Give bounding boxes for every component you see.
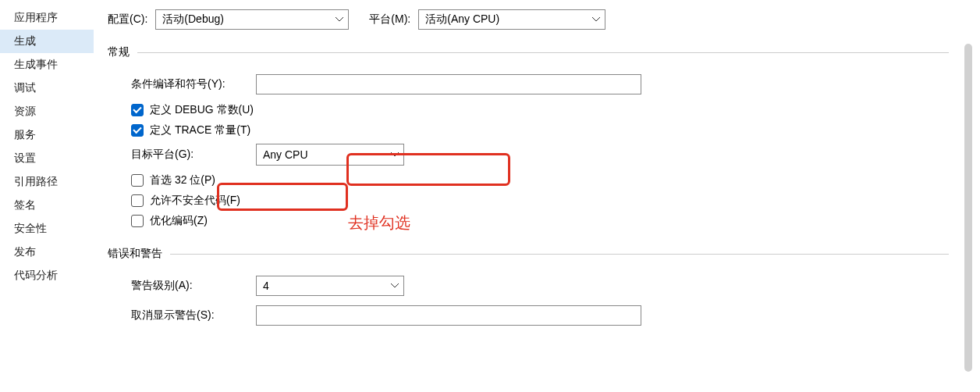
sidebar-item-build[interactable]: 生成 xyxy=(0,30,94,53)
platform-label: 平台(M): xyxy=(369,12,410,27)
vertical-scrollbar[interactable] xyxy=(964,44,972,372)
config-select[interactable]: 活动(Debug) xyxy=(155,9,349,30)
config-label: 配置(C): xyxy=(108,12,147,27)
sidebar-item-debug[interactable]: 调试 xyxy=(0,77,94,100)
warning-level-value: 4 xyxy=(263,280,269,292)
top-config-row: 配置(C): 活动(Debug) 平台(M): 活动(Any CPU) xyxy=(108,9,980,30)
optimize-label: 优化编码(Z) xyxy=(150,214,208,228)
suppress-warnings-label: 取消显示警告(S): xyxy=(131,308,256,323)
general-section: 常规 条件编译和符号(Y): 定义 DEBUG 常数(U) 定义 TRACE 常… xyxy=(108,45,949,234)
main-panel: 配置(C): 活动(Debug) 平台(M): 活动(Any CPU) 常规 条… xyxy=(94,0,980,392)
sidebar-item-signing[interactable]: 签名 xyxy=(0,194,94,217)
annotation-text: 去掉勾选 xyxy=(348,212,410,233)
chevron-down-icon xyxy=(336,16,343,23)
optimize-checkbox[interactable] xyxy=(131,215,144,227)
conditional-symbols-label: 条件编译和符号(Y): xyxy=(131,77,256,91)
prefer-32bit-checkbox[interactable] xyxy=(131,174,144,187)
chevron-down-icon xyxy=(391,282,399,290)
define-debug-checkbox[interactable] xyxy=(131,104,144,116)
allow-unsafe-label: 允许不安全代码(F) xyxy=(150,194,240,208)
platform-select-value: 活动(Any CPU) xyxy=(425,12,499,27)
sidebar-item-security[interactable]: 安全性 xyxy=(0,217,94,241)
sidebar-item-build-events[interactable]: 生成事件 xyxy=(0,53,94,77)
conditional-symbols-input[interactable] xyxy=(256,74,641,94)
config-select-value: 活动(Debug) xyxy=(162,12,224,27)
target-platform-value: Any CPU xyxy=(263,148,308,161)
sidebar-item-settings[interactable]: 设置 xyxy=(0,147,94,170)
sidebar-item-services[interactable]: 服务 xyxy=(0,123,94,147)
sidebar-item-resources[interactable]: 资源 xyxy=(0,100,94,123)
platform-select[interactable]: 活动(Any CPU) xyxy=(418,9,605,30)
sidebar-item-publish[interactable]: 发布 xyxy=(0,241,94,264)
general-legend: 常规 xyxy=(108,45,137,59)
sidebar-item-application[interactable]: 应用程序 xyxy=(0,6,94,30)
target-platform-label: 目标平台(G): xyxy=(131,148,256,162)
target-platform-select[interactable]: Any CPU xyxy=(256,144,404,166)
warning-level-label: 警告级别(A): xyxy=(131,279,256,293)
allow-unsafe-checkbox[interactable] xyxy=(131,194,144,207)
warning-level-select[interactable]: 4 xyxy=(256,276,404,296)
warnings-legend: 错误和警告 xyxy=(108,247,170,261)
sidebar-item-reference-paths[interactable]: 引用路径 xyxy=(0,170,94,194)
sidebar: 应用程序 生成 生成事件 调试 资源 服务 设置 引用路径 签名 安全性 发布 … xyxy=(0,0,94,392)
warnings-section: 错误和警告 警告级别(A): 4 取消显示警告(S): xyxy=(108,247,949,334)
define-debug-label: 定义 DEBUG 常数(U) xyxy=(150,103,254,117)
define-trace-checkbox[interactable] xyxy=(131,124,144,137)
suppress-warnings-input[interactable] xyxy=(256,305,641,326)
define-trace-label: 定义 TRACE 常量(T) xyxy=(150,123,250,137)
sidebar-item-code-analysis[interactable]: 代码分析 xyxy=(0,264,94,287)
prefer-32bit-label: 首选 32 位(P) xyxy=(150,173,215,187)
chevron-down-icon xyxy=(391,151,399,159)
chevron-down-icon xyxy=(592,16,600,23)
